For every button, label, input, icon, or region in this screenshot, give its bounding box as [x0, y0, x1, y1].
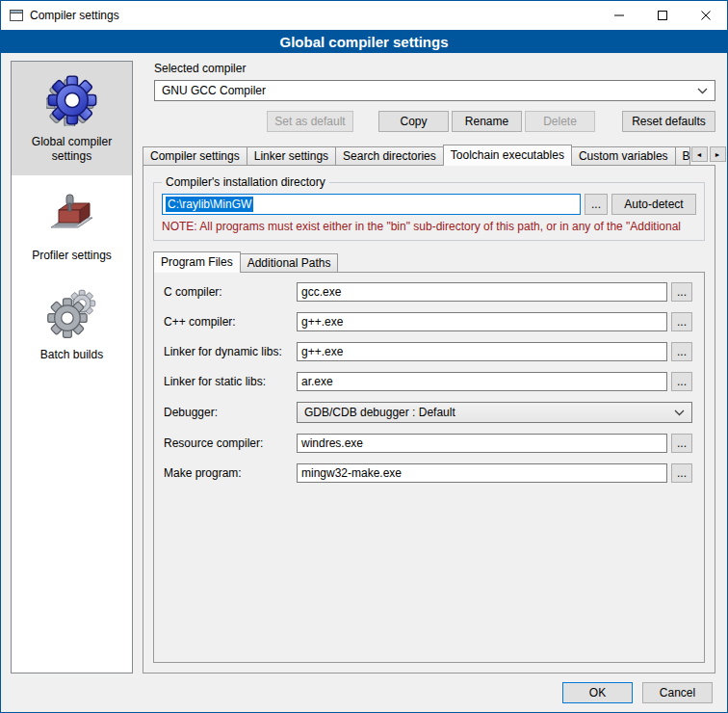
- minimize-button[interactable]: [597, 1, 640, 30]
- resource-compiler-browse-button[interactable]: ...: [671, 434, 692, 453]
- program-files-panel: C compiler: gcc.exe ... C++ compiler: g+…: [153, 272, 705, 663]
- resource-compiler-value: windres.exe: [301, 436, 363, 450]
- tab-additional-paths[interactable]: Additional Paths: [240, 253, 339, 272]
- toolchain-executables-panel: Compiler's installation directory C:\ray…: [143, 165, 715, 673]
- tab-build[interactable]: Build: [675, 146, 690, 165]
- programs-tabstrip: Program Files Additional Paths: [153, 251, 705, 272]
- c-compiler-label: C compiler:: [164, 285, 297, 299]
- linker-dynamic-value: g++.exe: [301, 345, 343, 358]
- chevron-down-icon: [674, 409, 685, 416]
- tab-scroll-left-button[interactable]: ◄: [691, 146, 708, 162]
- c-compiler-input[interactable]: gcc.exe: [297, 282, 667, 302]
- set-as-default-button: Set as default: [267, 111, 353, 132]
- window-controls: [597, 1, 727, 30]
- cpp-compiler-browse-button[interactable]: ...: [671, 312, 692, 331]
- compiler-select-section: Selected compiler GNU GCC Compiler Set a…: [154, 61, 715, 145]
- tab-scroll-arrows: ◄ ►: [689, 146, 726, 165]
- linker-static-input[interactable]: ar.exe: [297, 372, 667, 391]
- linker-static-label: Linker for static libs:: [164, 375, 297, 388]
- field-row-linker-dynamic: Linker for dynamic libs: g++.exe ...: [164, 342, 692, 361]
- field-row-cpp-compiler: C++ compiler: g++.exe ...: [164, 312, 692, 331]
- dialog-footer: OK Cancel: [1, 673, 727, 712]
- installation-directory-input[interactable]: C:\raylib\MinGW: [162, 194, 581, 215]
- main-panel: Selected compiler GNU GCC Compiler Set a…: [143, 61, 715, 673]
- delete-button: Delete: [525, 111, 595, 132]
- tab-program-files[interactable]: Program Files: [153, 251, 241, 273]
- rename-button[interactable]: Rename: [452, 111, 522, 132]
- field-row-c-compiler: C compiler: gcc.exe ...: [164, 282, 692, 302]
- settings-tabstrip: Compiler settings Linker settings Search…: [143, 145, 715, 165]
- field-row-debugger: Debugger: GDB/CDB debugger : Default: [164, 402, 692, 423]
- sidebar-item-label: Global compiler settings: [14, 135, 129, 164]
- compiler-settings-window: Compiler settings Global compiler settin…: [0, 0, 728, 713]
- sidebar-item-label: Profiler settings: [32, 249, 112, 263]
- ok-button[interactable]: OK: [562, 682, 633, 703]
- app-icon: [9, 8, 24, 23]
- tab-toolchain-executables[interactable]: Toolchain executables: [443, 145, 572, 166]
- sidebar-item-global-compiler-settings[interactable]: Global compiler settings: [12, 62, 132, 175]
- resource-compiler-input[interactable]: windres.exe: [297, 434, 667, 453]
- sidebar-item-profiler-settings[interactable]: Profiler settings: [12, 175, 132, 275]
- titlebar: Compiler settings: [1, 1, 727, 30]
- linker-static-value: ar.exe: [301, 375, 333, 388]
- selected-compiler-label: Selected compiler: [154, 62, 715, 75]
- make-program-browse-button[interactable]: ...: [671, 463, 692, 483]
- tab-custom-variables[interactable]: Custom variables: [571, 146, 676, 165]
- field-row-make-program: Make program: mingw32-make.exe ...: [164, 463, 692, 483]
- make-program-label: Make program:: [164, 466, 297, 480]
- debugger-select-value: GDB/CDB debugger : Default: [304, 406, 455, 419]
- cpp-compiler-label: C++ compiler:: [164, 315, 297, 329]
- resource-compiler-label: Resource compiler:: [164, 436, 297, 450]
- dialog-header-title: Global compiler settings: [1, 30, 727, 53]
- dialog-content: Global compiler settings Profiler settin…: [1, 53, 727, 673]
- auto-detect-button[interactable]: Auto-detect: [611, 194, 696, 215]
- tab-compiler-settings[interactable]: Compiler settings: [143, 146, 247, 165]
- c-compiler-browse-button[interactable]: ...: [671, 282, 692, 302]
- installation-directory-row: C:\raylib\MinGW ... Auto-detect: [162, 194, 696, 215]
- linker-static-browse-button[interactable]: ...: [671, 372, 692, 391]
- gray-gears-icon: [46, 287, 98, 339]
- profiler-tool-icon: [46, 188, 98, 240]
- linker-dynamic-label: Linker for dynamic libs:: [164, 345, 297, 358]
- linker-dynamic-browse-button[interactable]: ...: [671, 342, 692, 361]
- copy-button[interactable]: Copy: [378, 111, 449, 132]
- installation-directory-value: C:\raylib\MinGW: [166, 197, 253, 212]
- bin-subdirectory-note: NOTE: All programs must exist either in …: [162, 220, 696, 233]
- c-compiler-value: gcc.exe: [301, 285, 341, 299]
- installation-directory-groupbox: Compiler's installation directory C:\ray…: [153, 175, 705, 241]
- make-program-value: mingw32-make.exe: [301, 466, 402, 480]
- maximize-button[interactable]: [640, 1, 684, 30]
- linker-dynamic-input[interactable]: g++.exe: [297, 342, 667, 361]
- compiler-action-buttons: Set as default Copy Rename Delete Reset …: [154, 111, 715, 132]
- reset-defaults-button[interactable]: Reset defaults: [622, 111, 715, 132]
- field-row-linker-static: Linker for static libs: ar.exe ...: [164, 372, 692, 391]
- installation-directory-legend: Compiler's installation directory: [162, 175, 329, 189]
- field-row-resource-compiler: Resource compiler: windres.exe ...: [164, 434, 692, 453]
- window-title: Compiler settings: [30, 9, 119, 22]
- make-program-input[interactable]: mingw32-make.exe: [297, 463, 667, 483]
- cpp-compiler-input[interactable]: g++.exe: [297, 312, 667, 331]
- installation-directory-browse-button[interactable]: ...: [585, 194, 608, 215]
- sidebar-item-batch-builds[interactable]: Batch builds: [12, 275, 132, 374]
- close-button[interactable]: [684, 1, 727, 30]
- settings-sidebar: Global compiler settings Profiler settin…: [11, 61, 133, 673]
- cpp-compiler-value: g++.exe: [301, 315, 343, 329]
- tab-linker-settings[interactable]: Linker settings: [247, 146, 336, 165]
- compiler-select-value: GNU GCC Compiler: [162, 84, 266, 97]
- compiler-select[interactable]: GNU GCC Compiler: [154, 80, 715, 101]
- debugger-label: Debugger:: [164, 406, 297, 419]
- chevron-down-icon: [697, 88, 708, 94]
- tab-scroll-right-button[interactable]: ►: [710, 146, 726, 162]
- sidebar-item-label: Batch builds: [40, 348, 103, 362]
- debugger-select[interactable]: GDB/CDB debugger : Default: [297, 402, 692, 423]
- blue-gear-icon: [46, 74, 98, 126]
- tab-search-directories[interactable]: Search directories: [335, 146, 444, 165]
- cancel-button[interactable]: Cancel: [642, 682, 713, 703]
